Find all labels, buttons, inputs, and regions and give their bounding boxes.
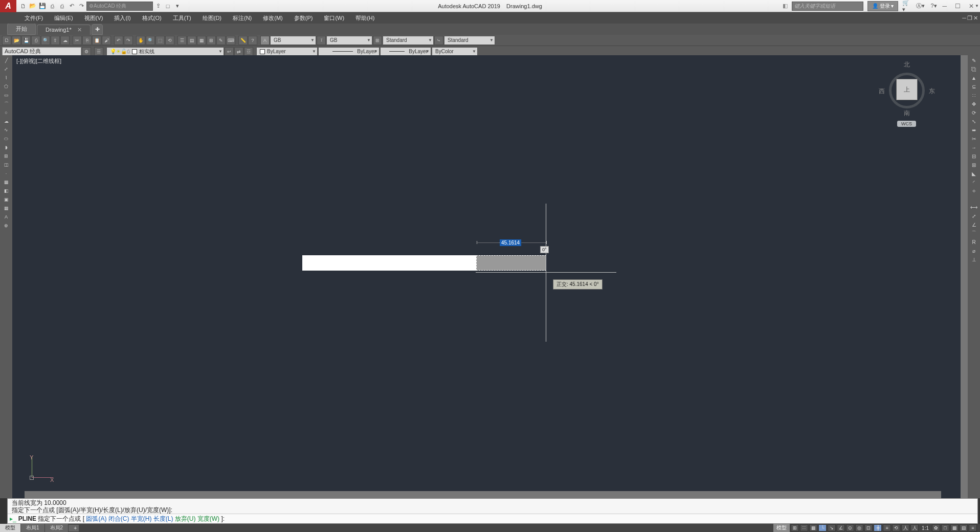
menu-format[interactable]: 格式(O) <box>137 13 167 24</box>
mleaderstyle-icon[interactable]: ⤷ <box>434 36 443 45</box>
print-icon[interactable]: ⎙ <box>31 36 40 45</box>
ellipsearc-icon[interactable]: ◗ <box>2 143 11 151</box>
chamfer-icon[interactable]: ◣ <box>969 169 978 178</box>
dim-arc-icon[interactable]: ⌒ <box>969 229 978 237</box>
menu-tools[interactable]: 工具(T) <box>168 13 196 24</box>
designcenter-icon[interactable]: ▤ <box>187 36 196 45</box>
app-logo[interactable]: A <box>0 0 16 12</box>
measure-icon[interactable]: 📏 <box>238 36 248 45</box>
hatch-icon[interactable]: ▩ <box>2 178 11 186</box>
model-space-button[interactable]: 模型 <box>773 524 790 532</box>
cmd-opt-length[interactable]: 长度(L) <box>153 515 173 522</box>
linetype-dropdown[interactable]: ByLayer▼ <box>318 47 380 56</box>
qat-save-icon[interactable]: 💾 <box>38 2 47 11</box>
mtext-icon[interactable]: A <box>2 213 11 221</box>
cmd-opt-arc[interactable]: 圆弧(A) <box>86 515 106 522</box>
zoomprev-icon[interactable]: ⟲ <box>165 36 174 45</box>
layer-manager-icon[interactable]: ☰ <box>94 47 103 56</box>
polar-toggle-icon[interactable]: ↘ <box>828 524 836 531</box>
doc-restore-button[interactable]: ❐ <box>967 15 972 21</box>
login-button[interactable]: 👤 登录 ▾ <box>867 1 899 11</box>
menu-modify[interactable]: 修改(M) <box>258 13 288 24</box>
cycling-icon[interactable]: 人 <box>901 524 909 531</box>
workspace-combo[interactable]: AutoCAD 经典 <box>2 47 81 56</box>
layout2-tab[interactable]: 布局2 <box>45 524 69 532</box>
annoscale-label[interactable]: 1:1 <box>920 525 931 531</box>
insert-icon[interactable]: ⊞ <box>2 152 11 160</box>
zoom-icon[interactable]: 🔍 <box>146 36 155 45</box>
view-cube[interactable]: 北 南 西 东 上 WCS <box>879 60 935 127</box>
close-button[interactable]: ✕ <box>969 3 974 10</box>
layout1-tab[interactable]: 布局1 <box>21 524 44 532</box>
markup-icon[interactable]: ✎ <box>216 36 226 45</box>
qat-more-icon[interactable]: ▾ <box>173 2 182 11</box>
dynamic-length-input[interactable]: 45.1614 <box>500 239 521 246</box>
annomonitor-icon[interactable]: ▦ <box>950 524 959 531</box>
command-line[interactable]: 当前线宽为 10.0000 指定下一个点或 [圆弧(A)/半宽(H)/长度(L)… <box>7 498 978 524</box>
xline-icon[interactable]: ⤢ <box>2 65 11 73</box>
pline-icon[interactable]: ⌇ <box>2 74 11 82</box>
viewcube-east[interactable]: 东 <box>929 87 935 96</box>
scrollbar-horizontal[interactable] <box>25 491 941 498</box>
drawing-canvas[interactable]: [-][俯视][二维线框] 北 南 西 东 上 WCS 45.1614 0° 正… <box>12 55 961 498</box>
menu-edit[interactable]: 编辑(E) <box>49 13 78 24</box>
tab-start[interactable]: 开始 <box>7 23 36 35</box>
preview-icon[interactable]: 🔍 <box>41 36 50 45</box>
search-input[interactable]: 键入关键字或短语 <box>792 2 863 11</box>
break-icon[interactable]: ⊟ <box>969 152 978 160</box>
copy-obj-icon[interactable]: ⿻ <box>969 65 978 73</box>
zoomwin-icon[interactable]: ⬚ <box>155 36 165 45</box>
matchprop-icon[interactable]: 🖌 <box>102 36 111 45</box>
publish-icon[interactable]: ⇪ <box>51 36 60 45</box>
array-icon[interactable]: ∷ <box>969 91 978 99</box>
grid-toggle-icon[interactable]: ⊞ <box>791 524 799 531</box>
a360-icon[interactable]: Ⓐ▾ <box>916 2 925 11</box>
walk-icon[interactable]: 人 <box>910 524 919 531</box>
model-tab[interactable]: 模型 <box>0 524 20 532</box>
block-icon[interactable]: ◫ <box>2 161 11 169</box>
tab-drawing1[interactable]: Drawing1* ✕ <box>37 25 91 35</box>
menu-view[interactable]: 视图(V) <box>79 13 108 24</box>
dim-radius-icon[interactable]: R <box>969 238 978 246</box>
cmd-opt-halfwidth[interactable]: 半宽(H) <box>131 515 152 522</box>
cmd-opt-undo[interactable]: 放弃(U) <box>175 515 196 522</box>
properties-icon[interactable]: ☰ <box>177 36 187 45</box>
qat-plot-icon[interactable]: ⎙ <box>57 2 66 11</box>
line-icon[interactable]: ╱ <box>2 56 11 64</box>
rectangle-icon[interactable]: ▭ <box>2 91 11 99</box>
dimstyle-icon[interactable]: ⟟ <box>317 36 326 45</box>
new-icon[interactable]: 🗋 <box>2 36 11 45</box>
textstyle2-dropdown[interactable]: GB▼ <box>326 36 372 45</box>
cmd-opt-width[interactable]: 宽度(W) <box>197 515 219 522</box>
save-icon[interactable]: 💾 <box>21 36 31 45</box>
dim-aligned-icon[interactable]: ⤢ <box>969 212 978 220</box>
explode-icon[interactable]: ✧ <box>969 187 978 195</box>
menu-file[interactable]: 文件(F) <box>19 13 48 24</box>
qat-share-icon[interactable]: ⇪ <box>153 2 163 11</box>
menu-dimension[interactable]: 标注(N) <box>228 13 257 24</box>
join-icon[interactable]: ⊞ <box>969 161 978 169</box>
undo-icon[interactable]: ↶ <box>114 36 123 45</box>
qat-new-icon[interactable]: 🗋 <box>18 2 28 11</box>
move-icon[interactable]: ✥ <box>969 100 978 108</box>
help2-icon[interactable]: ? <box>248 36 257 45</box>
trim-icon[interactable]: ✂ <box>969 135 978 143</box>
layer-dropdown[interactable]: 💡 ☀ 🔓 ⎙ 粗实线 ▼ <box>106 47 224 56</box>
ortho-toggle-icon[interactable]: └ <box>818 524 827 531</box>
calc-icon[interactable]: ⌨ <box>226 36 235 45</box>
layer-match-icon[interactable]: ⇄ <box>234 47 243 56</box>
cloud-icon[interactable]: ☁ <box>60 36 70 45</box>
extend-icon[interactable]: → <box>969 143 978 151</box>
layer-iso-icon[interactable]: ☲ <box>244 47 253 56</box>
redo-icon[interactable]: ↷ <box>124 36 133 45</box>
erase-icon[interactable]: ✎ <box>969 56 978 64</box>
plotcolor-dropdown[interactable]: ByColor▼ <box>432 47 478 56</box>
copy-icon[interactable]: ⎘ <box>82 36 92 45</box>
scrollbar-vertical[interactable] <box>961 55 968 498</box>
command-input[interactable]: ▸_ PLINE 指定下一个点或 [ 圆弧(A) 闭合(C) 半宽(H) 长度(… <box>8 514 977 523</box>
qat-workspace-dropdown[interactable]: ⚙ AutoCAD 经典 ▼ <box>86 2 153 11</box>
menu-insert[interactable]: 插入(I) <box>109 13 136 24</box>
customize-icon[interactable]: ≡ <box>969 524 977 531</box>
spline-icon[interactable]: ∿ <box>2 126 11 134</box>
fillet-icon[interactable]: ◜ <box>969 178 978 186</box>
